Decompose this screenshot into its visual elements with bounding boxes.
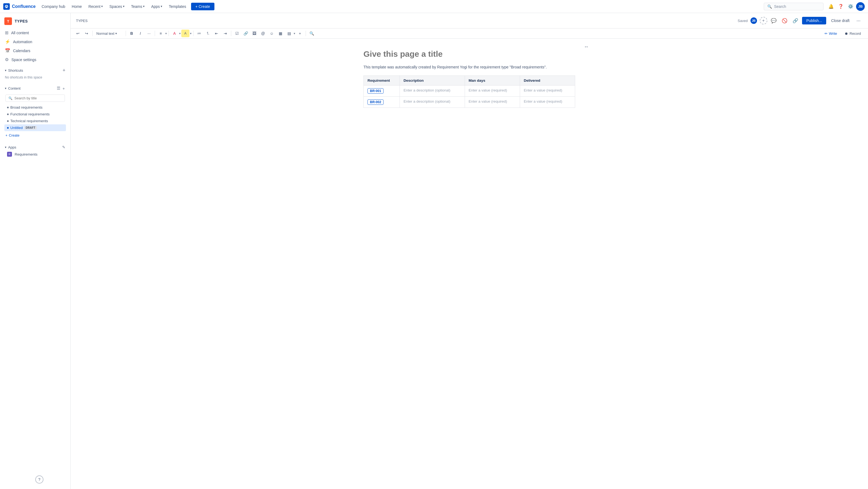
highlight-dropdown-button[interactable]: ▾ xyxy=(190,32,192,35)
add-content-button[interactable]: + xyxy=(62,86,65,91)
write-record-tabs: ✏ Write ⏺ Record xyxy=(821,30,865,37)
user-avatar[interactable]: JB xyxy=(856,2,865,11)
highlight-button[interactable]: A xyxy=(181,30,189,37)
chevron-down-icon: ▾ xyxy=(5,146,6,149)
sidebar-item-all-content[interactable]: ⊞ All content xyxy=(2,28,68,37)
undo-button[interactable]: ↩ xyxy=(74,30,82,37)
filter-icon[interactable]: ☰ xyxy=(56,85,61,91)
outdent-button[interactable]: ⇤ xyxy=(213,30,221,37)
cell-mandays-2[interactable]: Enter a value (required) xyxy=(465,97,520,108)
logo-icon xyxy=(3,3,10,10)
nav-company-hub[interactable]: Company hub xyxy=(39,3,68,10)
cell-delivered-1[interactable]: Enter a value (required) xyxy=(520,86,575,97)
mention-button[interactable]: @ xyxy=(259,30,267,37)
table-button[interactable]: ▦ xyxy=(276,30,284,37)
tree-item-functional-requirements[interactable]: Functional requirements xyxy=(4,111,66,118)
cell-mandays-1[interactable]: Enter a value (required) xyxy=(465,86,520,97)
write-tab[interactable]: ✏ Write xyxy=(821,30,841,37)
search-input[interactable] xyxy=(14,96,62,100)
apps-item-requirements[interactable]: R Requirements xyxy=(2,150,68,158)
expand-width-icon[interactable]: ↔ xyxy=(584,44,589,50)
nav-templates[interactable]: Templates xyxy=(166,3,189,10)
restrict-button[interactable]: 🚫 xyxy=(780,16,789,25)
shortcuts-title: ▾ Shortcuts xyxy=(5,68,23,72)
add-shortcut-button[interactable]: + xyxy=(62,68,65,73)
search-toolbar-button[interactable]: 🔍 xyxy=(308,30,316,37)
br-badge-002[interactable]: BR-002 xyxy=(368,99,383,105)
help-floating-button[interactable]: ? xyxy=(35,476,43,484)
col-delivered: Delivered xyxy=(520,76,575,86)
table-options-button[interactable]: ▤ xyxy=(285,30,293,37)
search-bar[interactable]: 🔍 Search xyxy=(764,3,824,10)
content-header-bar: TYPES Saved JB + 💬 🚫 🔗 Publish... Close … xyxy=(70,13,868,29)
apps-section-title[interactable]: ▾ Apps xyxy=(5,145,16,149)
cell-br002[interactable]: BR-002 xyxy=(364,97,400,108)
italic-button[interactable]: I xyxy=(136,30,145,37)
sidebar-item-calendars[interactable]: 📅 Calendars xyxy=(2,46,68,55)
bullet-list-button[interactable]: ≔ xyxy=(195,30,203,37)
page-title-input[interactable] xyxy=(364,50,575,59)
requirements-table: Requirement Description Man days Deliver… xyxy=(364,75,575,108)
redo-button[interactable]: ↪ xyxy=(83,30,91,37)
indent-button[interactable]: ⇥ xyxy=(221,30,229,37)
table-row: BR-002 Enter a description (optional) En… xyxy=(364,97,575,108)
app-logo[interactable]: Confluence xyxy=(3,3,36,10)
draft-badge: DRAFT xyxy=(24,126,37,129)
cell-delivered-2[interactable]: Enter a value (required) xyxy=(520,97,575,108)
shortcuts-header[interactable]: ▾ Shortcuts + xyxy=(2,66,68,74)
add-collaborator-button[interactable]: + xyxy=(760,17,767,25)
help-button[interactable]: ❓ xyxy=(837,2,845,11)
nav-teams[interactable]: Teams ▾ xyxy=(128,3,147,10)
cell-desc-1[interactable]: Enter a description (optional) xyxy=(400,86,465,97)
edit-apps-button[interactable]: ✎ xyxy=(62,145,65,149)
align-button[interactable]: ≡ xyxy=(157,30,165,37)
sidebar-item-automation[interactable]: ⚡ Automation xyxy=(2,37,68,46)
close-draft-button[interactable]: Close draft xyxy=(828,17,852,25)
text-color-dropdown-button[interactable]: ▾ xyxy=(179,32,181,35)
bold-button[interactable]: B xyxy=(128,30,136,37)
image-button[interactable]: 🖼 xyxy=(250,30,258,37)
nav-spaces[interactable]: Spaces ▾ xyxy=(107,3,127,10)
tree-item-broad-requirements[interactable]: Broad requirements xyxy=(4,104,66,111)
insert-button[interactable]: + xyxy=(296,30,304,37)
text-color-button[interactable]: A xyxy=(170,30,179,37)
content-header: ▾ Content ☰ + xyxy=(2,84,68,93)
notifications-button[interactable]: 🔔 xyxy=(827,2,835,11)
record-tab[interactable]: ⏺ Record xyxy=(841,30,865,37)
link-button[interactable]: 🔗 xyxy=(242,30,250,37)
content-title-row: ▾ Content xyxy=(5,86,21,90)
tree-item-technical-requirements[interactable]: Technical requirements xyxy=(4,118,66,124)
numbered-list-button[interactable]: ⒈ xyxy=(204,30,212,37)
nav-recent[interactable]: Recent ▾ xyxy=(86,3,105,10)
sidebar-item-space-settings[interactable]: ⚙ Space settings xyxy=(2,55,68,64)
tree-item-untitled-draft[interactable]: Untitled DRAFT xyxy=(4,124,66,131)
tree-item-dot xyxy=(7,120,9,122)
tree-item-dot xyxy=(7,107,9,108)
emoji-button[interactable]: ☺ xyxy=(268,30,276,37)
requirements-app-icon: R xyxy=(7,152,12,157)
table-dropdown-button[interactable]: ▾ xyxy=(294,32,295,35)
nav-home[interactable]: Home xyxy=(69,3,85,10)
chevron-down-icon: ▾ xyxy=(115,32,117,35)
saved-status: Saved xyxy=(738,19,748,23)
more-options-button[interactable]: ··· xyxy=(855,17,863,25)
more-text-format-button[interactable]: ··· xyxy=(145,30,153,37)
align-dropdown-button[interactable]: ▾ xyxy=(165,32,167,35)
search-by-title[interactable]: 🔍 xyxy=(5,94,65,102)
link-button[interactable]: 🔗 xyxy=(791,16,800,25)
settings-button[interactable]: ⚙️ xyxy=(846,2,855,11)
create-page-item[interactable]: + Create xyxy=(2,132,68,139)
comment-button[interactable]: 💬 xyxy=(770,16,778,25)
create-button[interactable]: + Create xyxy=(191,3,214,10)
nav-apps[interactable]: Apps ▾ xyxy=(149,3,165,10)
br-badge-001[interactable]: BR-001 xyxy=(368,88,383,94)
chevron-down-icon: ▾ xyxy=(123,5,125,8)
task-button[interactable]: ☑ xyxy=(233,30,241,37)
text-style-dropdown[interactable]: Normal text ▾ xyxy=(94,30,124,37)
cell-br001[interactable]: BR-001 xyxy=(364,86,400,97)
publish-button[interactable]: Publish... xyxy=(802,17,827,25)
cell-desc-2[interactable]: Enter a description (optional) xyxy=(400,97,465,108)
top-navigation: Confluence Company hub Home Recent ▾ Spa… xyxy=(0,0,868,13)
search-icon: 🔍 xyxy=(8,96,12,100)
search-icon: 🔍 xyxy=(767,4,772,9)
